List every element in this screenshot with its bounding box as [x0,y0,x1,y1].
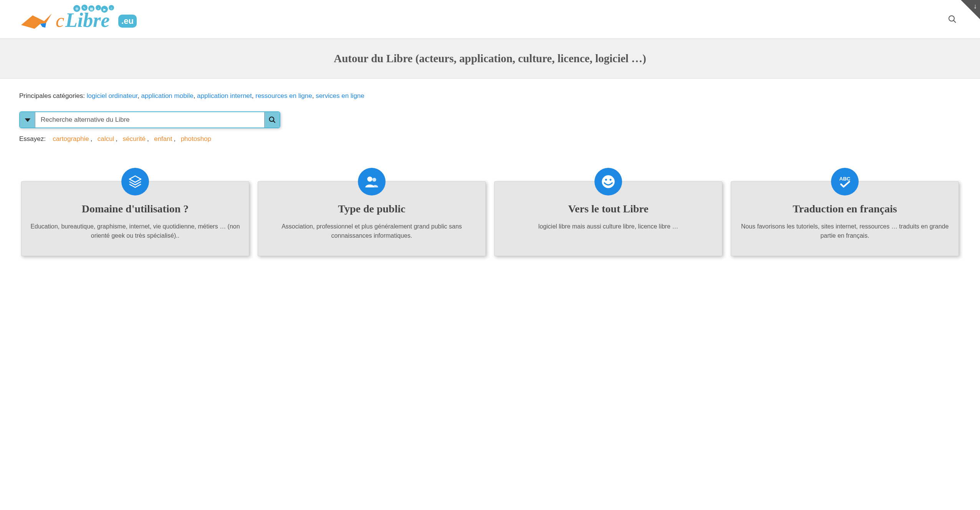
card-text: Association, professionnel et plus génér… [267,222,477,240]
svg-line-17 [954,20,956,23]
svg-text:▶: ▶ [103,8,106,12]
svg-text:c: c [56,10,64,31]
svg-text:✎: ✎ [83,6,86,10]
categories-line: Principales catégories: logiciel ordinat… [19,92,961,100]
svg-line-19 [273,121,275,123]
card-title: Vers le tout Libre [503,203,713,215]
users-icon [358,168,386,195]
svg-text:Libre: Libre [65,9,110,31]
svg-text:♫: ♫ [110,7,113,10]
card-title: Domaine d'utilisation ? [30,203,240,215]
svg-point-23 [605,179,607,181]
search-icon [268,116,276,124]
svg-point-24 [609,179,611,181]
try-link[interactable]: enfant [154,135,172,142]
search-form [19,111,280,128]
category-link[interactable]: logiciel ordinateur [87,92,137,99]
search-input[interactable] [35,112,264,128]
svg-point-16 [949,16,954,21]
try-link[interactable]: calcul [98,135,114,142]
svg-text:.eu: .eu [121,16,134,26]
svg-point-21 [372,178,376,182]
card-text: logiciel libre mais aussi culture libre,… [503,222,713,231]
search-dropdown-toggle[interactable] [20,112,35,128]
svg-text:⊕: ⊕ [75,7,78,11]
category-link[interactable]: application internet [197,92,252,99]
try-label: Essayez: [19,135,46,142]
try-suggestions: Essayez: cartographie, calcul, sécurité,… [19,135,961,143]
search-icon[interactable] [948,15,957,24]
category-link[interactable]: services en ligne [316,92,364,99]
svg-text:▦: ▦ [90,7,93,11]
try-link[interactable]: sécurité [122,135,146,142]
svg-point-18 [269,117,274,122]
site-logo[interactable]: c Libre ⊕ ✎ ▦ ♪ ▶ ♫ .eu [19,4,142,35]
category-link[interactable]: application mobile [141,92,194,99]
svg-point-22 [602,175,614,188]
corner-ribbon[interactable] [961,0,980,19]
svg-point-20 [367,177,372,182]
category-link[interactable]: ressources en ligne [255,92,312,99]
download-arrow-icon: ↓ [973,2,977,10]
try-link[interactable]: cartographie [53,135,89,142]
card-text: Education, bureautique, graphisme, inter… [30,222,240,240]
card-title: Traduction en français [740,203,950,215]
abc-check-icon: ABC [831,168,859,195]
page-title: Autour du Libre (acteurs, application, c… [23,52,957,65]
svg-text:ABC: ABC [839,176,851,182]
feature-card-domain: Domaine d'utilisation ? Education, burea… [21,181,249,256]
feature-card-public: Type de public Association, professionne… [258,181,486,256]
feature-card-translation: ABC Traduction en français Nous favoriso… [731,181,959,256]
svg-text:♪: ♪ [98,7,99,10]
layers-icon [121,168,149,195]
card-text: Nous favorisons les tutoriels, sites int… [740,222,950,240]
card-title: Type de public [267,203,477,215]
feature-card-libre: Vers le tout Libre logiciel libre mais a… [494,181,722,256]
search-submit-button[interactable] [264,112,280,128]
chevron-down-icon [23,116,32,124]
try-link[interactable]: photoshop [181,135,211,142]
categories-label: Principales catégories: [19,92,87,99]
smile-icon [594,168,622,195]
